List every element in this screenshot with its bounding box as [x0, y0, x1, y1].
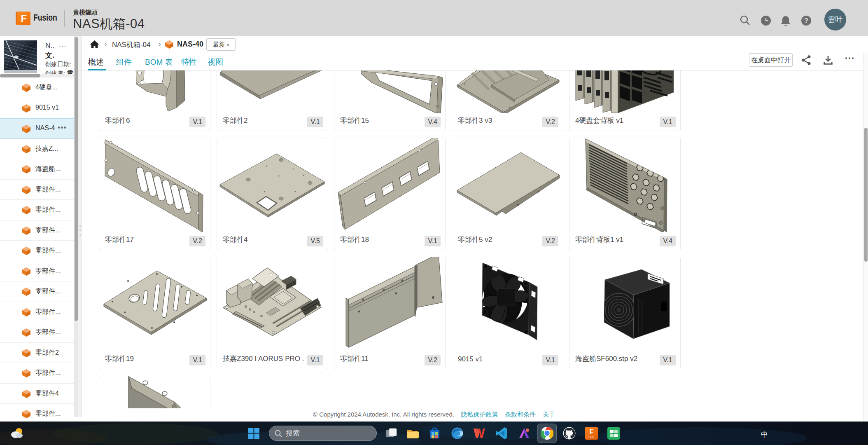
svg-text:F: F — [590, 429, 594, 436]
svg-text:F: F — [21, 13, 27, 24]
svg-text:FUS: FUS — [589, 436, 595, 438]
svg-text:?: ? — [804, 17, 808, 25]
